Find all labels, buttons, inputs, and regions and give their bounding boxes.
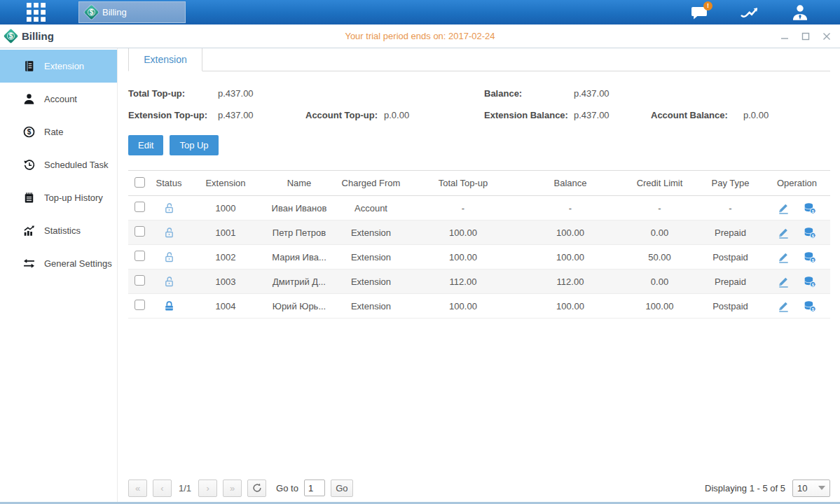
user-icon[interactable] bbox=[788, 3, 812, 22]
app-diamond-icon: $ bbox=[4, 29, 18, 43]
cell-extension: 1000 bbox=[187, 196, 264, 220]
balance-label: Balance: bbox=[484, 88, 574, 99]
select-all-checkbox[interactable] bbox=[135, 177, 145, 188]
row-checkbox[interactable] bbox=[135, 251, 145, 261]
row-checkbox[interactable] bbox=[135, 300, 145, 310]
next-page-button[interactable]: › bbox=[198, 479, 217, 497]
sidebar-item-label: Account bbox=[44, 94, 77, 104]
sidebar-item-label: Statistics bbox=[44, 225, 81, 236]
sidebar-item-account[interactable]: Account bbox=[0, 83, 117, 115]
topup-coins-icon[interactable]: $ bbox=[804, 300, 816, 312]
cell-extension: 1003 bbox=[187, 270, 264, 294]
table-row: 1000 Иван Иванов Account - - - - $ bbox=[128, 196, 830, 220]
edit-pencil-icon[interactable] bbox=[778, 202, 790, 214]
lock-icon bbox=[163, 300, 175, 312]
edit-pencil-icon[interactable] bbox=[778, 300, 790, 312]
chevron-down-icon bbox=[818, 486, 825, 490]
transfer-arrows-icon bbox=[23, 258, 35, 270]
cell-extension: 1002 bbox=[187, 245, 264, 270]
first-page-button[interactable]: « bbox=[128, 479, 147, 497]
close-button[interactable] bbox=[820, 30, 833, 43]
edit-pencil-icon[interactable] bbox=[778, 251, 790, 263]
chat-icon[interactable]: ! bbox=[687, 3, 711, 22]
total-topup-value: p.437.00 bbox=[218, 88, 254, 99]
table-row: 1004 Юрий Юрь... Extension 100.00 100.00… bbox=[128, 294, 830, 318]
unlock-icon bbox=[163, 202, 175, 214]
sidebar-item-rate[interactable]: $ Rate bbox=[0, 115, 117, 148]
content-area: Extension Total Top-up: p.437.00 Extensi… bbox=[118, 48, 840, 504]
page-indicator: 1/1 bbox=[179, 483, 191, 493]
page-size-value: 10 bbox=[797, 483, 807, 493]
row-checkbox[interactable] bbox=[135, 226, 145, 237]
user-glyph bbox=[791, 4, 809, 22]
cell-name: Дмитрий Д... bbox=[264, 270, 334, 294]
tab-strip: Extension bbox=[128, 48, 830, 71]
close-icon bbox=[822, 32, 831, 41]
edit-button[interactable]: Edit bbox=[128, 135, 163, 155]
minimize-button[interactable] bbox=[778, 30, 791, 43]
cell-balance: 112.00 bbox=[518, 270, 622, 294]
sidebar-item-extension[interactable]: Extension bbox=[0, 50, 117, 83]
sidebar-item-general-settings[interactable]: General Settings bbox=[0, 247, 117, 280]
tab-extension[interactable]: Extension bbox=[128, 48, 202, 71]
topup-coins-icon[interactable]: $ bbox=[804, 276, 816, 288]
cell-pay-type: Prepaid bbox=[697, 220, 764, 245]
sidebar-item-statistics[interactable]: Statistics bbox=[0, 214, 117, 247]
page-size-select[interactable]: 10 bbox=[792, 479, 830, 497]
app-grid-glyph bbox=[27, 3, 46, 22]
topup-coins-icon[interactable]: $ bbox=[804, 251, 816, 263]
row-checkbox[interactable] bbox=[135, 202, 145, 212]
account-topup-label: Account Top-up: bbox=[305, 110, 384, 120]
taskbar-tab-billing[interactable]: $ Billing bbox=[78, 1, 186, 23]
col-charged-from: Charged From bbox=[334, 171, 408, 196]
goto-page-input[interactable] bbox=[304, 479, 325, 496]
col-status: Status bbox=[151, 171, 187, 196]
window-controls bbox=[778, 30, 833, 43]
table-header-row: Status Extension Name Charged From Total… bbox=[128, 171, 830, 196]
edit-pencil-icon[interactable] bbox=[778, 227, 790, 239]
extension-topup-label: Extension Top-up: bbox=[128, 110, 218, 120]
col-balance: Balance bbox=[518, 171, 622, 196]
go-button[interactable]: Go bbox=[331, 479, 353, 497]
top-up-button[interactable]: Top Up bbox=[170, 135, 218, 155]
col-total-topup: Total Top-up bbox=[408, 171, 518, 196]
cell-charged-from: Extension bbox=[334, 270, 408, 294]
cell-credit-limit: 0.00 bbox=[622, 220, 697, 245]
last-page-button[interactable]: » bbox=[223, 479, 242, 497]
app-grid-icon[interactable] bbox=[25, 2, 46, 23]
chart-icon[interactable] bbox=[738, 3, 762, 22]
col-extension: Extension bbox=[187, 171, 264, 196]
status-lock-icon bbox=[163, 202, 175, 212]
extension-balance-value: p.437.00 bbox=[574, 110, 651, 120]
cell-credit-limit: 100.00 bbox=[622, 294, 697, 318]
extension-balance-label: Extension Balance: bbox=[484, 110, 574, 120]
cell-pay-type: - bbox=[697, 196, 764, 220]
maximize-button[interactable] bbox=[799, 30, 812, 43]
refresh-button[interactable] bbox=[247, 479, 266, 497]
cell-total-topup: 100.00 bbox=[408, 294, 518, 318]
cell-balance: 100.00 bbox=[518, 294, 622, 318]
sidebar-item-scheduled-task[interactable]: Scheduled Task bbox=[0, 148, 117, 181]
pagination-bar: « ‹ 1/1 › » Go to Go Displaying 1 - 5 of… bbox=[128, 477, 830, 498]
cell-total-topup: 100.00 bbox=[408, 220, 518, 245]
sidebar-item-label: Scheduled Task bbox=[44, 160, 109, 170]
cell-pay-type: Postpaid bbox=[697, 294, 764, 318]
cell-extension: 1001 bbox=[187, 220, 264, 245]
row-checkbox[interactable] bbox=[135, 275, 145, 286]
prev-page-button[interactable]: ‹ bbox=[153, 479, 172, 497]
topup-coins-icon[interactable]: $ bbox=[804, 202, 816, 214]
chart-glyph bbox=[739, 4, 760, 21]
sidebar-item-label: Extension bbox=[44, 61, 84, 71]
cell-total-topup: 112.00 bbox=[408, 270, 518, 294]
cell-charged-from: Extension bbox=[334, 220, 408, 245]
cell-name: Юрий Юрь... bbox=[264, 294, 334, 318]
billing-diamond-icon: $ bbox=[84, 5, 99, 20]
topup-coins-icon[interactable]: $ bbox=[804, 227, 816, 239]
cell-total-topup: - bbox=[408, 196, 518, 220]
sidebar-item-topup-history[interactable]: Top-up History bbox=[0, 181, 117, 214]
edit-pencil-icon[interactable] bbox=[778, 276, 790, 288]
sidebar: Extension Account $ Rate Scheduled Task bbox=[0, 48, 118, 504]
minimize-icon bbox=[780, 32, 789, 41]
window-title-bar: $ Billing Your trial period ends on: 201… bbox=[0, 24, 840, 48]
bar-chart-icon bbox=[23, 225, 35, 237]
